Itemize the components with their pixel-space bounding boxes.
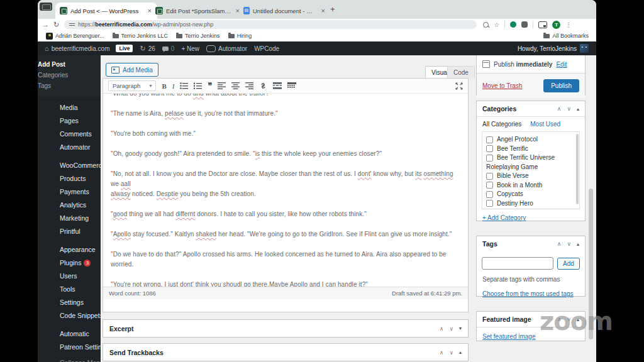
sidebar-submenu-item[interactable]: Tags [38, 80, 101, 91]
blockquote-button[interactable]: ❞ [208, 81, 212, 91]
category-item[interactable]: Copycats [486, 190, 579, 199]
align-left-button[interactable] [218, 82, 226, 89]
tags-input[interactable] [482, 257, 553, 270]
move-up-icon[interactable]: ∧ [557, 241, 562, 247]
excerpt-panel[interactable]: Excerpt ∧ ∨ ▾ [103, 319, 469, 337]
category-item[interactable]: Roleplaying Game [486, 163, 579, 172]
extension-green-icon[interactable] [510, 21, 516, 28]
bookmark-item[interactable]: Hiring [228, 33, 252, 39]
media-control-icon[interactable] [538, 21, 547, 28]
category-checkbox[interactable] [486, 155, 493, 162]
forward-arrow-icon[interactable]: → [42, 21, 49, 28]
add-media-button[interactable]: Add Media [106, 63, 158, 77]
automator-menu[interactable]: Automator [206, 45, 247, 52]
sidebar-item-appearance[interactable]: Appearance [38, 243, 101, 256]
set-featured-image-link[interactable]: Set featured image [482, 333, 536, 340]
sidebar-item-settings[interactable]: Settings [38, 296, 101, 309]
add-tag-button[interactable]: Add [557, 258, 580, 270]
browser-tab[interactable]: Add Post < — WordPress× [55, 3, 157, 19]
toolbar-toggle-button[interactable] [287, 82, 296, 89]
new-tab-button[interactable]: + [330, 4, 335, 14]
sidebar-item-payments[interactable]: Payments [38, 185, 101, 199]
bookmark-item[interactable]: Terrio Jenkins [176, 33, 220, 39]
toggle-panel-icon[interactable]: ▾ [459, 326, 462, 331]
category-list[interactable]: Angel ProtocolBee TerrificBee Terrific U… [482, 131, 580, 209]
sidebar-submenu-item[interactable]: Categories [38, 70, 101, 80]
fullscreen-button[interactable] [455, 82, 463, 90]
browser-tab[interactable]: Untitled document - Google× [239, 3, 331, 19]
sidebar-item-automator[interactable]: Automator [38, 141, 101, 154]
bulleted-list-button[interactable] [180, 82, 188, 89]
italic-button[interactable]: I [172, 82, 175, 90]
category-checkbox[interactable] [486, 136, 493, 143]
sidebar-item-pages[interactable]: Pages [38, 114, 101, 128]
category-checkbox[interactable] [486, 173, 493, 180]
sidebar-item-media[interactable]: Media [38, 101, 101, 114]
site-settings-icon[interactable] [69, 23, 75, 27]
move-down-icon[interactable]: ∨ [567, 241, 571, 247]
site-menu[interactable]: ⌂ beeterrificmedia.com [45, 45, 109, 52]
move-down-icon[interactable]: ∨ [567, 106, 571, 112]
all-bookmarks-button[interactable]: All Bookmarks [543, 33, 589, 39]
categories-header[interactable]: Categories ∧ ∨ ▴ [477, 101, 585, 117]
category-item[interactable]: Angel Protocol [486, 135, 579, 145]
sidebar-item-tools[interactable]: Tools [38, 283, 101, 296]
profile-avatar[interactable]: T [552, 21, 560, 29]
most-used-tags-link[interactable]: Choose from the most used tags [482, 290, 574, 297]
category-list-scrollbar[interactable] [576, 134, 579, 204]
sidebar-item-collapse-menu[interactable]: Collapse Menu [38, 356, 101, 362]
toggle-panel-icon[interactable]: ▴ [577, 241, 579, 247]
sidebar-item-marketing[interactable]: Marketing [38, 212, 101, 225]
category-item[interactable]: Bee Terrific Universe [486, 153, 579, 163]
bookmark-item[interactable]: Terrio Jenkins LLC [113, 33, 169, 39]
insert-link-button[interactable] [259, 82, 267, 89]
category-checkbox[interactable] [486, 200, 493, 207]
move-down-icon[interactable]: ∨ [449, 326, 453, 332]
sidebar-item-woocommerce[interactable]: WooCommerce [38, 159, 101, 172]
editor-content[interactable]: "What do you want me to do and what abou… [103, 94, 468, 287]
add-category-link[interactable]: + Add Category [477, 209, 585, 226]
updates-menu[interactable]: ↻ 26 [140, 45, 155, 53]
bold-button[interactable]: B [162, 82, 166, 90]
extension-gray-icon[interactable] [521, 21, 528, 28]
sidebar-submenu-item[interactable]: Add Post [38, 59, 101, 70]
sidebar-item-products[interactable]: Products [38, 172, 101, 185]
send-trackbacks-panel[interactable]: Send Trackbacks ∧ ∨ ▴ [103, 343, 469, 361]
align-center-button[interactable] [231, 82, 240, 89]
account-menu[interactable]: Howdy, TerrioJenkins [518, 44, 589, 53]
tab-most-used[interactable]: Most Used [530, 121, 560, 128]
category-item[interactable]: Destiny Hero [486, 199, 579, 209]
browser-tab[interactable]: Edit Post *SportsSlam Vol 1: × [151, 3, 245, 19]
bookmark-item[interactable]: Adrián Berenguer... [46, 33, 104, 40]
sidebar-item-comments[interactable]: Comments [38, 128, 101, 141]
category-checkbox[interactable] [486, 145, 493, 152]
publish-button[interactable]: Publish [543, 79, 579, 92]
toggle-panel-icon[interactable]: ▴ [459, 349, 462, 355]
comments-menu[interactable]: 0 [162, 45, 175, 52]
move-up-icon[interactable]: ∧ [557, 106, 562, 112]
sidebar-item-plugins[interactable]: Plugins3 [38, 256, 101, 270]
address-field[interactable]: https://beeterrificmedia.com/wp-admin/po… [64, 20, 477, 29]
category-item[interactable]: Bee Terrific [486, 145, 579, 154]
wpcode-menu[interactable]: WPCode [254, 45, 279, 52]
tags-header[interactable]: Tags ∧ ∨ ▴ [477, 236, 585, 251]
sidebar-item-patreon-settings[interactable]: Patreon Settings [38, 341, 101, 354]
zoom-search-icon[interactable] [483, 22, 489, 28]
align-right-button[interactable] [245, 82, 253, 89]
move-down-icon[interactable]: ∨ [449, 349, 453, 356]
edit-schedule-link[interactable]: Edit [556, 61, 567, 68]
sidebar-item-code-snippets[interactable]: Code Snippets [38, 309, 101, 322]
sidebar-item-automatic[interactable]: Automatic [38, 327, 101, 341]
category-item[interactable]: Book in a Month [486, 181, 579, 190]
move-to-trash-link[interactable]: Move to Trash [482, 82, 522, 89]
move-up-icon[interactable]: ∧ [440, 326, 444, 332]
tab-all-categories[interactable]: All Categories [482, 121, 521, 128]
tab-close-icon[interactable]: × [320, 7, 326, 14]
category-checkbox[interactable] [486, 191, 493, 198]
browser-menu-icon[interactable]: ⋮ [565, 21, 572, 28]
bookmark-star-icon[interactable]: ☆ [494, 21, 499, 28]
paragraph-format-select[interactable]: Paragraph ▾ [108, 80, 156, 91]
sidebar-item-analytics[interactable]: Analytics [38, 199, 101, 212]
reload-icon[interactable]: ↻ [53, 21, 59, 29]
tab-code[interactable]: Code [447, 66, 475, 79]
